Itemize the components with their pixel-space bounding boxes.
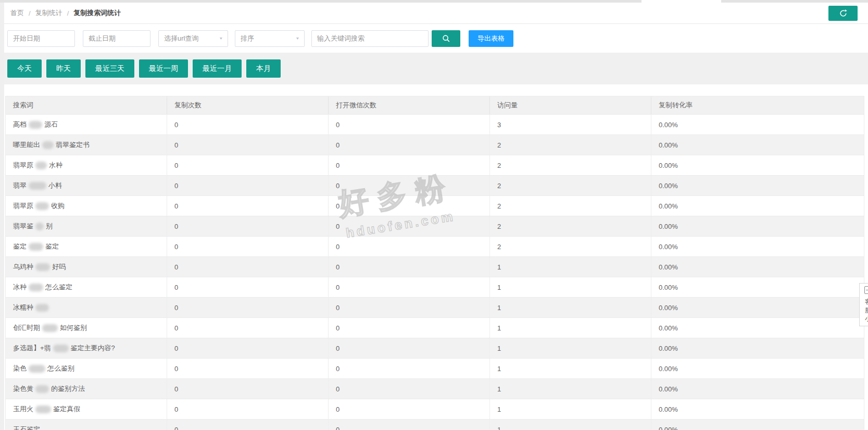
- table-row: 染色黄的鉴别方法0010.00%: [6, 378, 864, 399]
- copy-count-cell: 0: [167, 115, 329, 134]
- wechat-open-cell: 0: [329, 399, 490, 419]
- visits-cell: 1: [490, 277, 651, 297]
- redacted-blur: [35, 223, 44, 230]
- redacted-blur: [29, 365, 45, 373]
- keyword-search-input[interactable]: [311, 30, 429, 47]
- search-term-cell: 哪里能出翡翠鉴定书: [6, 135, 167, 155]
- copy-count-cell: 0: [167, 237, 329, 256]
- term-text: 玉用火: [13, 404, 33, 414]
- conversion-rate-cell: 0.00%: [651, 298, 864, 317]
- term-text: 翡翠: [13, 181, 27, 190]
- redacted-blur: [35, 202, 49, 210]
- table-row: 创汇时期如何鉴别0010.00%: [6, 317, 864, 338]
- term-text: 源石: [44, 120, 58, 129]
- search-term-cell: 冰糯种: [6, 298, 167, 317]
- conversion-rate-cell: 0.00%: [651, 196, 864, 216]
- search-term-cell: 翡翠小料: [6, 176, 167, 195]
- table-row: 染色怎么鉴别0010.00%: [6, 358, 864, 378]
- column-header: 打开微信次数: [329, 96, 490, 114]
- copy-count-cell: 0: [167, 318, 329, 338]
- wechat-open-cell: 0: [329, 359, 490, 378]
- search-term-cell: 玉石鉴定: [6, 420, 167, 430]
- side-widget-char: 小: [861, 314, 868, 323]
- search-term-cell: 翡翠原水种: [6, 155, 167, 175]
- term-text: 翡翠原: [13, 201, 33, 211]
- term-text: 创汇时期: [13, 323, 40, 333]
- breadcrumb-item[interactable]: 首页: [10, 8, 24, 18]
- search-term-cell: 冰种怎么鉴定: [6, 277, 167, 297]
- redacted-blur: [53, 345, 69, 352]
- term-text: 冰糯种: [13, 303, 33, 312]
- wechat-open-cell: 0: [329, 196, 490, 216]
- visits-cell: 1: [490, 318, 651, 338]
- wechat-open-cell: 0: [329, 216, 490, 236]
- search-term-cell: 乌鸡种好吗: [6, 257, 167, 277]
- term-text: 翡翠鉴定书: [56, 140, 90, 150]
- table-row: 翡翠原水种0020.00%: [6, 155, 864, 175]
- quick-range-button[interactable]: 今天: [7, 59, 42, 78]
- active-tab-remnant: [641, 0, 721, 3]
- quick-range-button[interactable]: 本月: [246, 59, 281, 78]
- copy-count-cell: 0: [167, 277, 329, 297]
- start-date-input[interactable]: [7, 30, 75, 47]
- visits-cell: 2: [490, 155, 651, 175]
- table-body: 高档源石0030.00%哪里能出翡翠鉴定书0020.00%翡翠原水种0020.0…: [6, 114, 864, 430]
- copy-count-cell: 0: [167, 420, 329, 430]
- visits-cell: 1: [490, 379, 651, 399]
- term-text: 玉石鉴定: [13, 425, 40, 430]
- customer-service-widget[interactable]: 客服小: [859, 283, 868, 326]
- column-header: 访问量: [490, 96, 651, 114]
- breadcrumb-item[interactable]: 复制统计: [35, 8, 62, 18]
- wechat-open-cell: 0: [329, 338, 490, 358]
- breadcrumb-separator: /: [29, 9, 31, 17]
- table-row: 玉石鉴定0010.00%: [6, 419, 864, 430]
- url-select[interactable]: 选择url查询 ▼: [158, 30, 228, 47]
- visits-cell: 2: [490, 135, 651, 155]
- term-text: 怎么鉴别: [47, 364, 74, 373]
- top-tab-strip: [0, 0, 868, 3]
- sort-select-value: 排序: [241, 34, 254, 43]
- breadcrumb-item: 复制搜索词统计: [73, 8, 121, 18]
- copy-count-cell: 0: [167, 176, 329, 195]
- visits-cell: 1: [490, 338, 651, 358]
- term-text: 高档: [13, 120, 27, 129]
- visits-cell: 1: [490, 399, 651, 419]
- term-text: 别: [46, 222, 53, 231]
- visits-cell: 3: [490, 115, 651, 134]
- conversion-rate-cell: 0.00%: [651, 115, 864, 134]
- term-text: 鉴定: [13, 242, 27, 251]
- quick-range-button[interactable]: 最近一月: [193, 59, 242, 78]
- refresh-icon: [839, 9, 848, 18]
- copy-count-cell: 0: [167, 379, 329, 399]
- quick-range-button[interactable]: 昨天: [46, 59, 81, 78]
- export-table-button[interactable]: 导出表格: [469, 30, 513, 47]
- quick-range-button[interactable]: 最近三天: [85, 59, 134, 78]
- term-text: 冰种: [13, 282, 27, 292]
- conversion-rate-cell: 0.00%: [651, 359, 864, 378]
- redacted-blur: [29, 182, 46, 190]
- sort-select[interactable]: 排序 ▼: [235, 30, 305, 47]
- search-term-cell: 玉用火鉴定真假: [6, 399, 167, 419]
- column-header: 搜索词: [6, 96, 167, 114]
- refresh-button[interactable]: [828, 6, 858, 21]
- term-text: 染色黄: [13, 384, 33, 394]
- wechat-open-cell: 0: [329, 115, 490, 134]
- copy-count-cell: 0: [167, 216, 329, 236]
- table-row: 乌鸡种好吗0010.00%: [6, 256, 864, 277]
- copy-count-cell: 0: [167, 155, 329, 175]
- search-term-cell: 翡翠鉴别: [6, 216, 167, 236]
- expand-icon: [864, 286, 868, 294]
- filter-toolbar: 选择url查询 ▼ 排序 ▼ 导出表格: [4, 24, 868, 53]
- left-gutter: [0, 3, 4, 430]
- copy-count-cell: 0: [167, 399, 329, 419]
- end-date-input[interactable]: [83, 30, 150, 47]
- term-text: 的鉴别方法: [51, 384, 85, 394]
- column-header: 复制转化率: [651, 96, 864, 114]
- copy-count-cell: 0: [167, 359, 329, 378]
- search-button[interactable]: [432, 30, 460, 47]
- table-row: 玉用火鉴定真假0010.00%: [6, 399, 864, 419]
- quick-range-button[interactable]: 最近一周: [139, 59, 188, 78]
- conversion-rate-cell: 0.00%: [651, 399, 864, 419]
- redacted-blur: [35, 406, 51, 413]
- table-row: 多选题】+翡鉴定主要内容?0010.00%: [6, 338, 864, 358]
